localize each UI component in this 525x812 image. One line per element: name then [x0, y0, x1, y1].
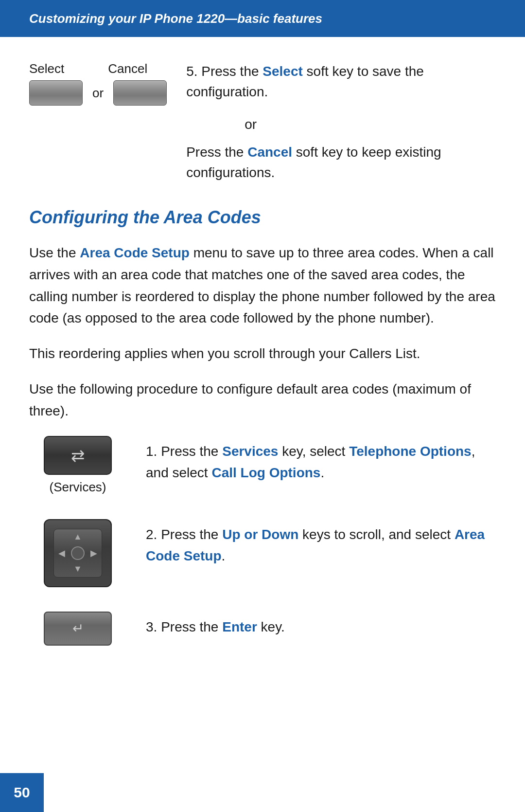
- footer: 50: [0, 773, 525, 812]
- section-heading: Configuring the Area Codes: [29, 207, 496, 228]
- step3-pre: Press the: [161, 619, 222, 634]
- step3-text: 3. Press the Enter key.: [146, 612, 496, 638]
- services-link: Services: [222, 444, 278, 459]
- select-link: Select: [262, 64, 303, 79]
- or-standalone: or: [245, 117, 496, 132]
- step1-pre: Press the: [161, 444, 222, 459]
- area-code-setup-link: Area Code Setup: [80, 245, 190, 260]
- cancel-button-img: [113, 80, 167, 106]
- or-text-inline: or: [92, 86, 104, 101]
- cancel-link: Cancel: [247, 144, 292, 160]
- page-number: 50: [14, 784, 30, 801]
- step5-section: Select Cancel or 5. Press the Select sof…: [29, 61, 496, 183]
- enter-link: Enter: [222, 619, 257, 634]
- page-header: Customizing your IP Phone 1220—basic fea…: [0, 0, 525, 37]
- nav-center-btn: [71, 546, 85, 560]
- header-title: Customizing your IP Phone 1220—basic fea…: [29, 11, 322, 26]
- nav-key-inner: ▲ ◀ ▶ ▼: [53, 529, 102, 577]
- step5-line1: 5. Press the Select soft key to save the…: [186, 61, 496, 102]
- step3-p2: key.: [257, 619, 285, 634]
- nav-up-arrow: ▲: [73, 532, 82, 542]
- para1-part1: Use the: [29, 245, 80, 260]
- step3-num: 3.: [146, 619, 157, 634]
- up-or-down-link: Up or Down: [222, 527, 298, 542]
- step1-image-col: ⇄ (Services): [29, 436, 126, 495]
- para1: Use the Area Code Setup menu to save up …: [29, 242, 496, 329]
- select-button-img: [29, 80, 83, 106]
- step2-p2: keys to scroll, and select: [298, 527, 455, 542]
- page-number-block: 50: [0, 773, 44, 812]
- step5-num: 5.: [186, 64, 197, 79]
- para2: This reordering applies when you scroll …: [29, 343, 496, 365]
- services-icon: ⇄: [71, 446, 85, 465]
- services-button-img: ⇄: [44, 436, 112, 475]
- buttons-col: Select Cancel or: [29, 61, 167, 106]
- step2-num: 2.: [146, 527, 157, 542]
- call-log-options-link: Call Log Options: [211, 465, 320, 480]
- enter-key-img: ↵: [44, 612, 112, 646]
- services-caption: (Services): [49, 480, 106, 495]
- cancel-pre: Press the: [186, 144, 247, 160]
- buttons-row: or: [29, 80, 167, 106]
- step2-text: 2. Press the Up or Down keys to scroll, …: [146, 519, 496, 568]
- step2-row: ▲ ◀ ▶ ▼ 2. Press the Up or Down keys to …: [29, 519, 496, 587]
- step3-image-col: ↵: [29, 612, 126, 646]
- para3: Use the following procedure to configure…: [29, 379, 496, 422]
- step1-p2: key, select: [278, 444, 349, 459]
- step3-row: ↵ 3. Press the Enter key.: [29, 612, 496, 646]
- cancel-line: Press the Cancel soft key to keep existi…: [186, 142, 496, 183]
- step1-p4: .: [320, 465, 324, 480]
- step5-pre: Press the: [201, 64, 262, 79]
- cancel-label: Cancel: [108, 61, 147, 76]
- step2-image-col: ▲ ◀ ▶ ▼: [29, 519, 126, 587]
- nav-right-arrow: ▶: [90, 548, 97, 559]
- step1-num: 1.: [146, 444, 157, 459]
- enter-key-symbol: ↵: [72, 620, 84, 636]
- step2-p3: .: [222, 548, 226, 563]
- step1-text: 1. Press the Services key, select Teleph…: [146, 436, 496, 485]
- button-labels: Select Cancel: [29, 61, 147, 76]
- step1-row: ⇄ (Services) 1. Press the Services key, …: [29, 436, 496, 495]
- telephone-options-link: Telephone Options: [349, 444, 471, 459]
- nav-left-arrow: ◀: [58, 548, 65, 559]
- nav-down-arrow: ▼: [73, 564, 82, 574]
- step2-pre: Press the: [161, 527, 222, 542]
- nav-key-img: ▲ ◀ ▶ ▼: [44, 519, 112, 587]
- select-label: Select: [29, 61, 64, 76]
- step5-text-block: 5. Press the Select soft key to save the…: [186, 61, 496, 183]
